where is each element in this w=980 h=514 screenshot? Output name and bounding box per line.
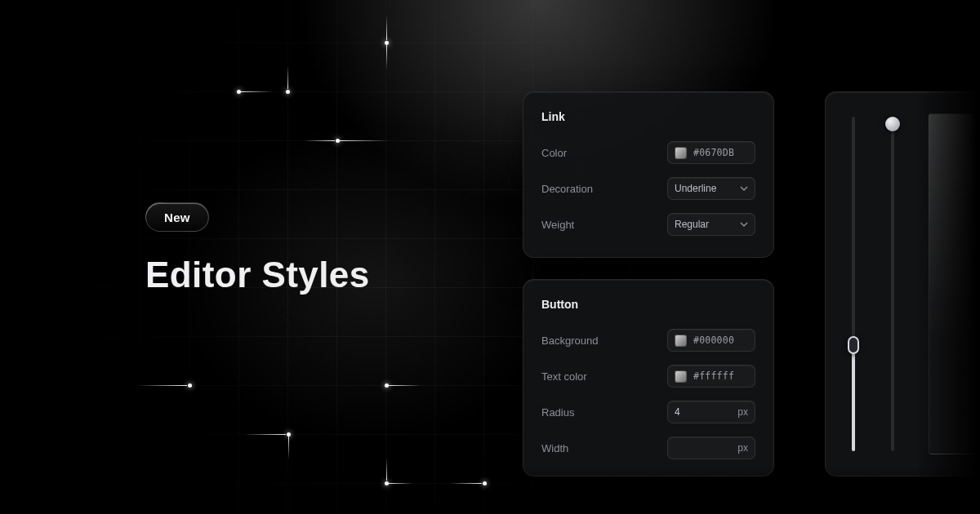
chevron-down-icon <box>740 184 748 193</box>
unit-label: px <box>737 442 748 454</box>
link-weight-select[interactable]: Regular <box>667 213 755 236</box>
link-color-input[interactable]: #0670DB <box>667 141 755 164</box>
unit-label: px <box>737 406 748 418</box>
vertical-slider-right[interactable] <box>889 113 896 454</box>
slider-handle-icon[interactable] <box>848 336 859 354</box>
preview-block <box>929 113 980 454</box>
panel-link-title: Link <box>541 110 755 123</box>
chevron-down-icon <box>740 220 748 228</box>
button-textcolor-value: #ffffff <box>693 370 734 382</box>
button-bg-value: #000000 <box>693 335 734 346</box>
button-radius-value: 4 <box>675 406 680 418</box>
color-swatch-icon <box>675 147 687 159</box>
color-swatch-icon <box>675 335 687 347</box>
slider-fill <box>852 345 855 451</box>
page-title: Editor Styles <box>145 255 370 295</box>
label-button-radius: Radius <box>541 406 574 419</box>
panel-button: Button Background #000000 Text color #ff… <box>523 279 774 476</box>
label-button-bg: Background <box>541 335 598 347</box>
panel-link: Link Color #0670DB Decoration Underline … <box>523 91 774 258</box>
link-color-value: #0670DB <box>693 147 734 158</box>
panel-button-title: Button <box>541 298 755 311</box>
slider-track <box>891 117 894 451</box>
button-width-input[interactable]: px <box>667 436 755 459</box>
panel-sliders <box>825 91 980 476</box>
label-link-color: Color <box>541 147 567 159</box>
button-bg-input[interactable]: #000000 <box>667 329 755 352</box>
new-badge: New <box>145 202 209 232</box>
label-link-weight: Weight <box>541 219 574 231</box>
link-decoration-select[interactable]: Underline <box>667 177 755 200</box>
color-swatch-icon <box>675 370 687 383</box>
new-badge-label: New <box>164 210 190 224</box>
button-textcolor-input[interactable]: #ffffff <box>667 365 755 388</box>
slider-knob-icon[interactable] <box>885 117 900 131</box>
label-button-width: Width <box>541 442 568 454</box>
vertical-slider-left[interactable] <box>850 113 857 454</box>
label-button-text: Text color <box>541 370 587 383</box>
label-link-decoration: Decoration <box>541 183 593 195</box>
button-radius-input[interactable]: 4 px <box>667 401 755 423</box>
link-decoration-value: Underline <box>675 183 716 194</box>
link-weight-value: Regular <box>675 219 709 230</box>
